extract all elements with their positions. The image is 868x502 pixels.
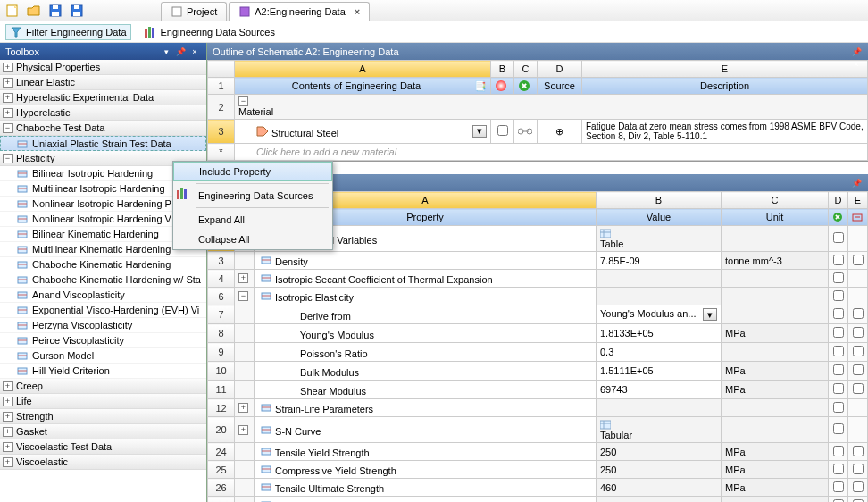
suppress-checkbox[interactable] [833, 423, 844, 434]
property-row[interactable]: 27 Compressive Ultimate Strength0MPa [208, 497, 868, 503]
suppress-cell[interactable] [829, 343, 848, 362]
new-icon[interactable] [4, 2, 21, 20]
toolbox-item[interactable]: Anand Viscoplasticity [0, 288, 206, 303]
param-cell[interactable] [848, 381, 868, 399]
param-cell[interactable] [848, 399, 868, 417]
source-icon-cell[interactable]: ⊕ [538, 120, 582, 144]
unit-cell[interactable] [722, 270, 829, 288]
suppress-checkbox[interactable] [833, 255, 844, 265]
value-cell[interactable]: 250 [597, 461, 722, 479]
suppress-cell[interactable] [829, 497, 848, 503]
pin-icon[interactable]: 📌 [174, 46, 187, 58]
dropdown-icon[interactable]: ▾ [472, 125, 487, 138]
unit-cell[interactable]: MPa [722, 381, 829, 399]
param-cell[interactable] [848, 443, 868, 461]
pin-icon[interactable]: 📌 [850, 177, 863, 189]
value-cell[interactable] [597, 270, 722, 288]
param-checkbox[interactable] [853, 346, 864, 356]
unit-cell[interactable] [722, 417, 829, 443]
toolbox-section[interactable]: +Linear Elastic [0, 75, 206, 90]
expander-icon[interactable]: + [3, 381, 13, 391]
suppress-checkbox[interactable] [833, 290, 844, 301]
suppress-cell[interactable] [829, 461, 848, 479]
value-cell[interactable]: 7.85E-09 [597, 252, 722, 270]
toolbox-item[interactable]: Chaboche Kinematic Hardening [0, 257, 206, 272]
suppress-cell[interactable] [829, 399, 848, 417]
suppress-cell[interactable] [829, 362, 848, 381]
toolbox-item[interactable]: Uniaxial Plastic Strain Test Data [0, 136, 206, 151]
property-row[interactable]: 24 Tensile Yield Strength250MPa [208, 443, 868, 461]
unit-cell[interactable]: MPa [722, 479, 829, 497]
param-cell[interactable] [848, 479, 868, 497]
description-cell[interactable]: Fatigue Data at zero mean stress comes f… [582, 120, 868, 144]
param-cell[interactable] [848, 305, 868, 324]
expander-icon[interactable]: − [3, 154, 13, 163]
property-row[interactable]: 3 Density7.85E-09tonne mm^-3 [208, 252, 868, 270]
property-name-cell[interactable]: Isotropic Elasticity [255, 288, 597, 305]
toolbox-section[interactable]: +Hyperelastic Experimental Data [0, 90, 206, 105]
toolbox-section[interactable]: +Viscoelastic Test Data [0, 439, 206, 455]
property-name-cell[interactable]: Compressive Yield Strength [255, 461, 597, 479]
property-name-cell[interactable]: Tensile Yield Strength [255, 443, 597, 461]
unit-cell[interactable] [722, 305, 829, 324]
toolbox-section[interactable]: −Chaboche Test Data [0, 121, 206, 136]
property-row[interactable]: 7 Derive fromYoung's Modulus an...▾ [208, 305, 868, 324]
suppress-cell[interactable] [829, 443, 848, 461]
property-row[interactable]: 26 Tensile Ultimate Strength460MPa [208, 479, 868, 497]
toolbox-section[interactable]: +Creep [0, 379, 206, 394]
param-cell[interactable] [848, 324, 868, 343]
open-icon[interactable] [25, 2, 43, 20]
property-name-cell[interactable]: Tensile Ultimate Strength [255, 479, 597, 497]
col-header-c[interactable]: C [514, 61, 538, 78]
suppress-checkbox[interactable] [833, 446, 844, 456]
toolbox-section[interactable]: +Life [0, 394, 206, 409]
property-name-cell[interactable]: Strain-Life Parameters [255, 399, 597, 417]
suppress-cell[interactable] [829, 479, 848, 497]
param-cell[interactable] [848, 252, 868, 270]
engineering-data-sources-button[interactable]: Engineering Data Sources [140, 24, 280, 40]
param-cell[interactable] [848, 288, 868, 305]
value-cell[interactable]: 1.5111E+05 [597, 362, 722, 381]
unit-cell[interactable] [722, 226, 829, 252]
dropdown-icon[interactable]: ▾ [850, 33, 863, 46]
suppress-checkbox[interactable] [833, 272, 844, 283]
toolbox-section[interactable]: +Strength [0, 409, 206, 424]
param-cell[interactable] [848, 461, 868, 479]
unit-cell[interactable]: MPa [722, 324, 829, 343]
expander-icon[interactable]: + [3, 427, 13, 437]
col-header-c[interactable]: C [722, 192, 829, 209]
suppress-checkbox[interactable] [833, 499, 844, 503]
suppress-checkbox[interactable] [833, 402, 844, 413]
suppress-checkbox[interactable] [833, 327, 844, 338]
param-cell[interactable] [848, 270, 868, 288]
checkbox-cell[interactable] [491, 120, 514, 144]
param-checkbox[interactable] [853, 255, 864, 265]
param-checkbox[interactable] [853, 446, 864, 456]
property-name-cell[interactable]: Poisson's Ratio [255, 343, 597, 362]
param-checkbox[interactable] [853, 499, 864, 503]
toolbox-item[interactable]: Chaboche Kinematic Hardening w/ Sta [0, 272, 206, 288]
menu-collapse-all[interactable]: Collapse All [173, 230, 332, 249]
col-header-d[interactable]: D [829, 192, 848, 209]
param-cell[interactable] [848, 362, 868, 381]
expander-icon[interactable]: + [3, 93, 13, 103]
expander-icon[interactable]: + [238, 403, 248, 413]
expander-icon[interactable]: + [3, 78, 13, 88]
link-cell[interactable] [514, 120, 538, 144]
expand-cell[interactable]: + [235, 417, 255, 443]
suppress-cell[interactable] [829, 252, 848, 270]
value-cell[interactable]: 0 [597, 497, 722, 503]
expander-icon[interactable]: + [3, 442, 13, 452]
value-cell[interactable]: 0.3 [597, 343, 722, 362]
property-row[interactable]: 25 Compressive Yield Strength250MPa [208, 461, 868, 479]
value-cell[interactable]: Table [597, 226, 722, 252]
suppress-checkbox[interactable] [833, 481, 844, 492]
col-header-e[interactable]: E [848, 192, 868, 209]
suppress-cell[interactable] [829, 270, 848, 288]
property-row[interactable]: 12+ Strain-Life Parameters [208, 399, 868, 417]
value-cell[interactable] [597, 399, 722, 417]
toolbox-section[interactable]: +Gasket [0, 424, 206, 439]
param-cell[interactable] [848, 417, 868, 443]
expander-icon[interactable]: − [238, 291, 248, 301]
property-name-cell[interactable]: Isotropic Secant Coefficient of Thermal … [255, 270, 597, 288]
